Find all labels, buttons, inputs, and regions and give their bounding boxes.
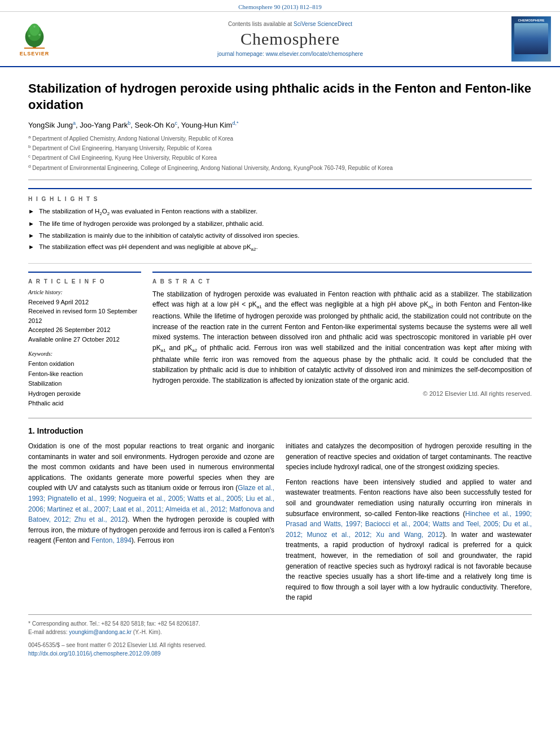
journal-header: ELSEVIER Contents lists available at Sci… xyxy=(0,12,560,67)
paper-title: Stabilization of hydrogen peroxide using… xyxy=(28,81,532,113)
sciverse-link[interactable]: SciVerse ScienceDirect xyxy=(294,21,352,27)
authors-line: YongSik Junga, Joo-Yang Parkb, Seok-Oh K… xyxy=(28,120,532,129)
affiliation-c: c Department of Civil Engineering, Kyung… xyxy=(28,153,532,163)
abstract-label: A B S T R A C T xyxy=(152,278,532,285)
highlight-item-3: ► The stabilization is mainly due to the… xyxy=(28,231,532,240)
highlight-item-4: ► The stabilization effect was pH depend… xyxy=(28,242,532,252)
highlights-label: H I G H L I G H T S xyxy=(28,196,532,202)
footnote-doi: http://dx.doi.org/10.1016/j.chemosphere.… xyxy=(28,649,532,658)
highlight-text-4: The stabilization effect was pH dependen… xyxy=(39,242,258,252)
history-accepted: Accepted 26 September 2012 xyxy=(28,325,141,335)
svg-rect-7 xyxy=(24,47,45,49)
paper-title-section: Stabilization of hydrogen peroxide using… xyxy=(28,67,532,180)
svg-point-4 xyxy=(28,35,30,37)
highlight-arrow-1: ► xyxy=(28,207,34,216)
history-online: Available online 27 October 2012 xyxy=(28,335,141,344)
journal-reference: Chemosphere 90 (2013) 812–819 xyxy=(0,0,560,12)
intro-para-right-2: Fenton reactions have been intensively s… xyxy=(286,477,532,603)
article-abstract-section: A R T I C L E I N F O Article history: R… xyxy=(28,272,532,409)
affiliation-d: d Department of Environmental Engineerin… xyxy=(28,163,532,173)
footnote-corresponding: * Corresponding author. Tel.: +82 54 820… xyxy=(28,619,532,628)
keywords-section: Keywords: Fenton oxidation Fenton-like r… xyxy=(28,351,141,409)
elsevier-tree-icon xyxy=(18,21,51,50)
footnote-issn: 0045-6535/$ – see front matter © 2012 El… xyxy=(28,641,532,649)
keyword-1: Fenton oxidation xyxy=(28,359,141,369)
intro-para-1: Oxidation is one of the most popular rea… xyxy=(28,441,274,546)
intro-left-col: Oxidation is one of the most popular rea… xyxy=(28,441,274,608)
keyword-3: Stabilization xyxy=(28,379,141,389)
svg-point-5 xyxy=(38,34,41,36)
highlight-text-1: The stabilization of H2O2 was evaluated … xyxy=(39,207,257,217)
highlight-text-2: The life time of hydrogen peroxide was p… xyxy=(39,219,264,228)
main-content: Stabilization of hydrogen peroxide using… xyxy=(0,67,560,658)
highlight-arrow-4: ► xyxy=(28,243,34,251)
highlight-arrow-2: ► xyxy=(28,220,34,228)
doi-link[interactable]: http://dx.doi.org/10.1016/j.chemosphere.… xyxy=(28,650,161,657)
intro-para-right-1: initiates and catalyzes the decompositio… xyxy=(286,441,532,473)
highlight-item-1: ► The stabilization of H2O2 was evaluate… xyxy=(28,207,532,217)
footnote-email: E-mail address: youngkim@andong.ac.kr (Y… xyxy=(28,628,532,636)
abstract-column: A B S T R A C T The stabilization of hyd… xyxy=(152,272,532,409)
keyword-4: Hydrogen peroxide xyxy=(28,389,141,399)
article-info-column: A R T I C L E I N F O Article history: R… xyxy=(28,272,141,409)
intro-body: Oxidation is one of the most popular rea… xyxy=(28,441,532,608)
elsevier-label: ELSEVIER xyxy=(20,51,50,56)
history-label: Article history: xyxy=(28,289,141,295)
sciverse-line: Contents lists available at SciVerse Sci… xyxy=(69,21,511,27)
abstract-text: The stabilization of hydrogen peroxide w… xyxy=(152,289,532,386)
highlights-section: H I G H L I G H T S ► The stabilization … xyxy=(28,188,532,264)
cover-illustration xyxy=(514,23,548,54)
history-revised: Received in revised form 10 September 20… xyxy=(28,307,141,325)
email-link[interactable]: youngkim@andong.ac.kr xyxy=(69,629,132,635)
section-number: 1. xyxy=(28,426,35,435)
footnotes: * Corresponding author. Tel.: +82 54 820… xyxy=(28,614,532,658)
affiliation-b: b Department of Civil Engineering, Hanya… xyxy=(28,143,532,153)
journal-homepage: journal homepage: www.elsevier.com/locat… xyxy=(69,51,511,57)
introduction-section: 1. Introduction Oxidation is one of the … xyxy=(28,418,532,608)
affiliation-a: a Department of Applied Chemistry, Andon… xyxy=(28,134,532,143)
elsevier-logo: ELSEVIER xyxy=(9,21,60,56)
intro-heading: 1. Introduction xyxy=(28,426,532,435)
intro-right-col: initiates and catalyzes the decompositio… xyxy=(286,441,532,608)
copyright-notice: © 2012 Elsevier Ltd. All rights reserved… xyxy=(152,390,532,397)
footnote-email-suffix: (Y.-H. Kim). xyxy=(133,629,162,635)
history-received: Received 9 April 2012 xyxy=(28,298,141,307)
cover-label: CHEMOSPHERE xyxy=(518,19,544,22)
affiliations: a Department of Applied Chemistry, Andon… xyxy=(28,134,532,173)
journal-ref-text: Chemosphere 90 (2013) 812–819 xyxy=(238,3,322,10)
author-yongsik: YongSik Junga, Joo-Yang Parkb, Seok-Oh K… xyxy=(28,121,238,129)
journal-title: Chemosphere xyxy=(69,29,511,49)
highlight-item-2: ► The life time of hydrogen peroxide was… xyxy=(28,219,532,228)
highlight-arrow-3: ► xyxy=(28,231,34,240)
svg-point-3 xyxy=(29,24,40,36)
highlight-text-3: The stabilization is mainly due to the i… xyxy=(39,231,300,240)
journal-cover-image: CHEMOSPHERE xyxy=(511,16,551,62)
keywords-label: Keywords: xyxy=(28,351,141,357)
journal-info: Contents lists available at SciVerse Sci… xyxy=(69,21,511,57)
svg-point-6 xyxy=(33,25,36,28)
keyword-5: Phthalic acid xyxy=(28,399,141,409)
keyword-2: Fenton-like reaction xyxy=(28,369,141,379)
section-title: Introduction xyxy=(37,426,84,435)
article-info-label: A R T I C L E I N F O xyxy=(28,278,141,285)
